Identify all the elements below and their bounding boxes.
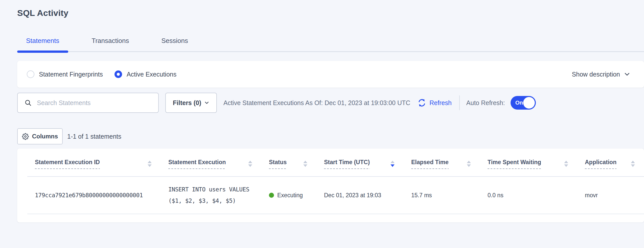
radio-label-active-executions: Active Executions	[127, 71, 176, 78]
radio-option-statement-fingerprints[interactable]: Statement Fingerprints	[27, 70, 103, 78]
tab-statements-label: Statements	[26, 37, 59, 44]
refresh-icon	[417, 98, 426, 107]
search-icon	[24, 99, 32, 107]
filter-bar: Filters (0) Active Statement Executions …	[17, 93, 644, 113]
radio-label-statement-fingerprints: Statement Fingerprints	[39, 71, 103, 78]
column-header-status[interactable]: Status	[261, 148, 316, 177]
result-count: 1-1 of 1 statements	[67, 133, 121, 140]
sort-icon[interactable]	[248, 161, 252, 167]
chevron-down-icon	[624, 71, 630, 78]
refresh-link[interactable]: Refresh	[417, 98, 452, 107]
show-description-toggle[interactable]: Show description	[572, 71, 630, 78]
column-header-elapsed-time[interactable]: Elapsed Time	[404, 148, 480, 177]
cell-application: movr	[577, 177, 644, 214]
tab-transactions-label: Transactions	[92, 37, 129, 44]
radio-icon-active-executions[interactable]	[114, 70, 122, 78]
auto-refresh-label: Auto Refresh:	[466, 99, 505, 107]
sql-activity-page: SQL Activity Statements Transactions Ses…	[0, 0, 644, 248]
columns-button-label: Columns	[32, 133, 58, 140]
sort-icon[interactable]	[148, 161, 152, 167]
sort-icon[interactable]	[467, 161, 471, 167]
columns-button[interactable]: Columns	[17, 128, 63, 144]
table-header-row: Statement Execution ID Statement Executi…	[27, 148, 644, 177]
column-header-statement-execution[interactable]: Statement Execution	[161, 148, 261, 177]
sort-icon-active-desc[interactable]	[390, 161, 395, 167]
search-box[interactable]	[17, 93, 159, 113]
page-title: SQL Activity	[17, 8, 644, 18]
show-description-label: Show description	[572, 71, 620, 78]
column-header-statement-execution-id[interactable]: Statement Execution ID	[27, 148, 161, 177]
auto-refresh-toggle[interactable]: On	[511, 96, 536, 110]
radio-icon-statement-fingerprints[interactable]	[27, 70, 34, 78]
gear-icon	[22, 133, 29, 140]
radio-option-active-executions[interactable]: Active Executions	[114, 70, 176, 78]
cell-elapsed-time: 15.7 ms	[404, 177, 480, 214]
results-bar: Columns 1-1 of 1 statements	[17, 128, 644, 144]
status-label: Executing	[277, 192, 303, 199]
cell-statement: INSERT INTO users VALUES ($1, $2, $3, $4…	[161, 177, 261, 214]
chevron-down-icon	[204, 100, 209, 105]
column-header-time-spent-waiting[interactable]: Time Spent Waiting	[480, 148, 577, 177]
cell-time-spent-waiting: 0.0 ns	[480, 177, 577, 214]
as-of-text: Active Statement Executions As Of: Dec 0…	[223, 99, 410, 107]
refresh-label: Refresh	[429, 99, 452, 107]
vertical-divider	[459, 95, 460, 110]
statements-table-card: Statement Execution ID Statement Executi…	[17, 148, 644, 222]
column-header-start-time[interactable]: Start Time (UTC)	[316, 148, 404, 177]
cell-execution-id: 179cca7921e679b80000000000000001	[27, 177, 161, 214]
sort-icon[interactable]	[631, 161, 635, 167]
filters-button[interactable]: Filters (0)	[165, 93, 217, 113]
tab-sessions[interactable]: Sessions	[152, 37, 197, 51]
filters-button-label: Filters (0)	[173, 99, 201, 107]
tab-transactions[interactable]: Transactions	[83, 37, 138, 51]
sort-icon[interactable]	[303, 161, 307, 167]
status-executing-dot	[269, 193, 274, 198]
sort-icon[interactable]	[564, 161, 568, 167]
column-header-application[interactable]: Application	[577, 148, 644, 177]
tab-sessions-label: Sessions	[161, 37, 188, 44]
tab-bar: Statements Transactions Sessions	[17, 37, 644, 52]
table-row[interactable]: 179cca7921e679b80000000000000001 INSERT …	[27, 177, 644, 214]
tab-statements[interactable]: Statements	[17, 37, 68, 51]
toggle-knob[interactable]	[523, 97, 535, 109]
search-input[interactable]	[37, 99, 153, 107]
view-mode-card: Statement Fingerprints Active Executions…	[17, 61, 644, 88]
cell-status: Executing	[261, 177, 316, 214]
active-executions-table: Statement Execution ID Statement Executi…	[27, 148, 644, 214]
cell-start-time: Dec 01, 2023 at 19:03	[316, 177, 404, 214]
toggle-state-label: On	[515, 100, 523, 106]
